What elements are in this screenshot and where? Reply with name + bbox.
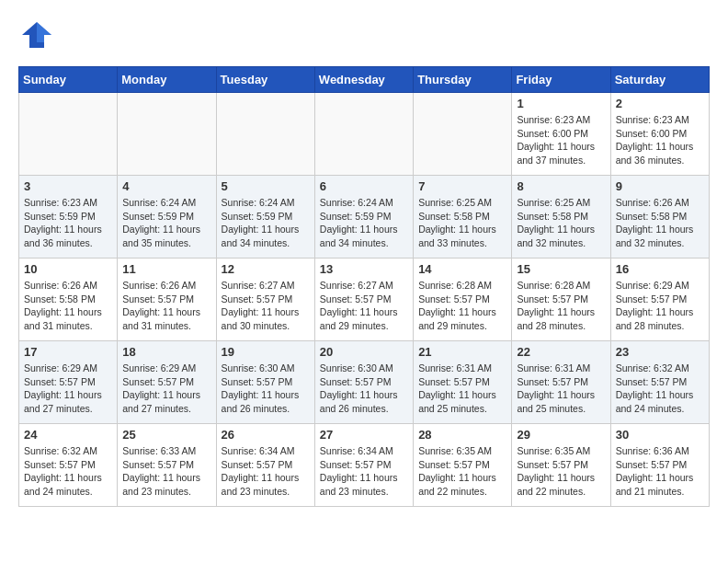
cell-info: Sunrise: 6:24 AMSunset: 5:59 PMDaylight:…: [122, 196, 210, 250]
day-number: 28: [418, 428, 506, 442]
calendar-cell: 25Sunrise: 6:33 AMSunset: 5:57 PMDayligh…: [118, 424, 216, 507]
day-number: 23: [616, 345, 704, 359]
cell-info: Sunrise: 6:26 AMSunset: 5:58 PMDaylight:…: [616, 196, 704, 250]
header-day-friday: Friday: [512, 67, 610, 93]
cell-info: Sunrise: 6:34 AMSunset: 5:57 PMDaylight:…: [222, 444, 310, 499]
calendar-cell: [414, 93, 512, 176]
header-day-monday: Monday: [118, 67, 216, 93]
day-number: 29: [517, 428, 605, 442]
day-number: 5: [222, 179, 310, 193]
day-number: 27: [320, 428, 408, 442]
day-number: 15: [517, 262, 605, 276]
calendar-cell: 17Sunrise: 6:29 AMSunset: 5:57 PMDayligh…: [19, 341, 118, 424]
day-number: 3: [24, 179, 112, 193]
calendar-cell: 13Sunrise: 6:27 AMSunset: 5:57 PMDayligh…: [314, 259, 413, 341]
calendar-cell: 11Sunrise: 6:26 AMSunset: 5:57 PMDayligh…: [118, 259, 216, 341]
calendar-table: SundayMondayTuesdayWednesdayThursdayFrid…: [18, 66, 710, 507]
day-number: 18: [122, 345, 210, 359]
calendar-week-row: 1Sunrise: 6:23 AMSunset: 6:00 PMDaylight…: [19, 93, 710, 176]
calendar-cell: 30Sunrise: 6:36 AMSunset: 5:57 PMDayligh…: [610, 424, 709, 507]
day-number: 30: [616, 428, 704, 442]
cell-info: Sunrise: 6:31 AMSunset: 5:57 PMDaylight:…: [517, 362, 605, 416]
cell-info: Sunrise: 6:29 AMSunset: 5:57 PMDaylight:…: [616, 279, 704, 333]
calendar-cell: 16Sunrise: 6:29 AMSunset: 5:57 PMDayligh…: [610, 259, 709, 341]
calendar-cell: 27Sunrise: 6:34 AMSunset: 5:57 PMDayligh…: [314, 424, 413, 507]
logo-icon: [18, 18, 51, 52]
day-number: 16: [616, 262, 704, 276]
cell-info: Sunrise: 6:35 AMSunset: 5:57 PMDaylight:…: [517, 444, 605, 499]
calendar-cell: 24Sunrise: 6:32 AMSunset: 5:57 PMDayligh…: [19, 424, 118, 507]
header-day-tuesday: Tuesday: [216, 67, 314, 93]
cell-info: Sunrise: 6:33 AMSunset: 5:57 PMDaylight:…: [122, 444, 210, 499]
calendar-week-row: 24Sunrise: 6:32 AMSunset: 5:57 PMDayligh…: [19, 424, 710, 507]
calendar-cell: 23Sunrise: 6:32 AMSunset: 5:57 PMDayligh…: [610, 341, 709, 424]
cell-info: Sunrise: 6:24 AMSunset: 5:59 PMDaylight:…: [222, 196, 310, 250]
day-number: 7: [418, 179, 506, 193]
cell-info: Sunrise: 6:36 AMSunset: 5:57 PMDaylight:…: [616, 444, 704, 499]
day-number: 22: [517, 345, 605, 359]
day-number: 12: [222, 262, 310, 276]
calendar-cell: 22Sunrise: 6:31 AMSunset: 5:57 PMDayligh…: [512, 341, 610, 424]
calendar-cell: 19Sunrise: 6:30 AMSunset: 5:57 PMDayligh…: [216, 341, 314, 424]
cell-info: Sunrise: 6:25 AMSunset: 5:58 PMDaylight:…: [418, 196, 506, 250]
calendar-cell: [216, 93, 314, 176]
cell-info: Sunrise: 6:29 AMSunset: 5:57 PMDaylight:…: [122, 362, 210, 416]
calendar-cell: 5Sunrise: 6:24 AMSunset: 5:59 PMDaylight…: [216, 176, 314, 259]
calendar-cell: 9Sunrise: 6:26 AMSunset: 5:58 PMDaylight…: [610, 176, 709, 259]
header-day-wednesday: Wednesday: [314, 67, 413, 93]
header-day-saturday: Saturday: [610, 67, 709, 93]
cell-info: Sunrise: 6:26 AMSunset: 5:58 PMDaylight:…: [24, 279, 112, 333]
cell-info: Sunrise: 6:30 AMSunset: 5:57 PMDaylight:…: [222, 362, 310, 416]
calendar-cell: 7Sunrise: 6:25 AMSunset: 5:58 PMDaylight…: [414, 176, 512, 259]
day-number: 1: [517, 97, 605, 110]
calendar-cell: 14Sunrise: 6:28 AMSunset: 5:57 PMDayligh…: [414, 259, 512, 341]
calendar-cell: 18Sunrise: 6:29 AMSunset: 5:57 PMDayligh…: [118, 341, 216, 424]
day-number: 8: [517, 179, 605, 193]
calendar-header-row: SundayMondayTuesdayWednesdayThursdayFrid…: [19, 67, 710, 93]
cell-info: Sunrise: 6:23 AMSunset: 6:00 PMDaylight:…: [616, 113, 704, 167]
cell-info: Sunrise: 6:27 AMSunset: 5:57 PMDaylight:…: [320, 279, 408, 333]
cell-info: Sunrise: 6:32 AMSunset: 5:57 PMDaylight:…: [24, 444, 112, 499]
calendar-cell: 10Sunrise: 6:26 AMSunset: 5:58 PMDayligh…: [19, 259, 118, 341]
calendar-week-row: 3Sunrise: 6:23 AMSunset: 5:59 PMDaylight…: [19, 176, 710, 259]
day-number: 17: [24, 345, 112, 359]
cell-info: Sunrise: 6:28 AMSunset: 5:57 PMDaylight:…: [517, 279, 605, 333]
calendar-cell: 20Sunrise: 6:30 AMSunset: 5:57 PMDayligh…: [314, 341, 413, 424]
calendar-cell: [314, 93, 413, 176]
day-number: 24: [24, 428, 112, 442]
day-number: 10: [24, 262, 112, 276]
calendar-cell: [118, 93, 216, 176]
cell-info: Sunrise: 6:27 AMSunset: 5:57 PMDaylight:…: [222, 279, 310, 333]
header-day-thursday: Thursday: [414, 67, 512, 93]
cell-info: Sunrise: 6:32 AMSunset: 5:57 PMDaylight:…: [616, 362, 704, 416]
header-day-sunday: Sunday: [19, 67, 118, 93]
calendar-cell: 28Sunrise: 6:35 AMSunset: 5:57 PMDayligh…: [414, 424, 512, 507]
cell-info: Sunrise: 6:24 AMSunset: 5:59 PMDaylight:…: [320, 196, 408, 250]
logo: [18, 18, 55, 52]
cell-info: Sunrise: 6:29 AMSunset: 5:57 PMDaylight:…: [24, 362, 112, 416]
calendar-cell: [19, 93, 118, 176]
cell-info: Sunrise: 6:34 AMSunset: 5:57 PMDaylight:…: [320, 444, 408, 499]
cell-info: Sunrise: 6:35 AMSunset: 5:57 PMDaylight:…: [418, 444, 506, 499]
page-header: [18, 18, 710, 52]
day-number: 9: [616, 179, 704, 193]
calendar-cell: 12Sunrise: 6:27 AMSunset: 5:57 PMDayligh…: [216, 259, 314, 341]
day-number: 13: [320, 262, 408, 276]
calendar-cell: 21Sunrise: 6:31 AMSunset: 5:57 PMDayligh…: [414, 341, 512, 424]
cell-info: Sunrise: 6:26 AMSunset: 5:57 PMDaylight:…: [122, 279, 210, 333]
calendar-cell: 1Sunrise: 6:23 AMSunset: 6:00 PMDaylight…: [512, 93, 610, 176]
cell-info: Sunrise: 6:31 AMSunset: 5:57 PMDaylight:…: [418, 362, 506, 416]
day-number: 26: [222, 428, 310, 442]
cell-info: Sunrise: 6:25 AMSunset: 5:58 PMDaylight:…: [517, 196, 605, 250]
calendar-cell: 8Sunrise: 6:25 AMSunset: 5:58 PMDaylight…: [512, 176, 610, 259]
cell-info: Sunrise: 6:28 AMSunset: 5:57 PMDaylight:…: [418, 279, 506, 333]
calendar-cell: 26Sunrise: 6:34 AMSunset: 5:57 PMDayligh…: [216, 424, 314, 507]
calendar-cell: 2Sunrise: 6:23 AMSunset: 6:00 PMDaylight…: [610, 93, 709, 176]
cell-info: Sunrise: 6:23 AMSunset: 5:59 PMDaylight:…: [24, 196, 112, 250]
day-number: 4: [122, 179, 210, 193]
day-number: 20: [320, 345, 408, 359]
calendar-cell: 15Sunrise: 6:28 AMSunset: 5:57 PMDayligh…: [512, 259, 610, 341]
calendar-cell: 29Sunrise: 6:35 AMSunset: 5:57 PMDayligh…: [512, 424, 610, 507]
calendar-cell: 4Sunrise: 6:24 AMSunset: 5:59 PMDaylight…: [118, 176, 216, 259]
svg-marker-1: [37, 22, 51, 42]
